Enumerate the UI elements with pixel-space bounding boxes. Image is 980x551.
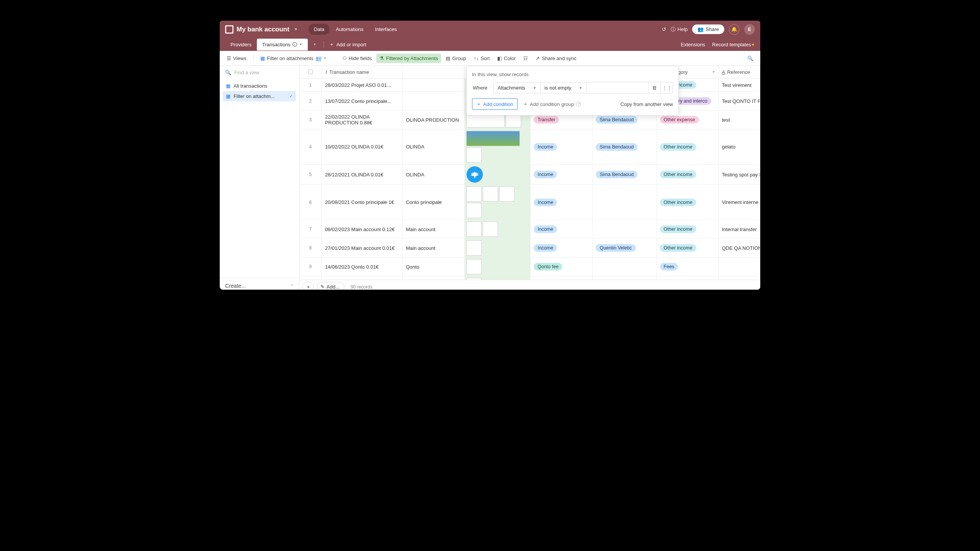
add-condition-button[interactable]: ＋Add condition bbox=[472, 98, 518, 110]
cell-category[interactable]: Other income bbox=[657, 185, 719, 220]
cell-transaction-name[interactable]: 28/03/2022 Projet ASO 0.01... bbox=[322, 78, 403, 91]
table-tab-transactions[interactable]: Transactions i ▼ bbox=[257, 39, 308, 51]
attachment-thumbnail[interactable] bbox=[466, 166, 483, 183]
cell-transaction-name[interactable]: 13/07/2022 Conto principale... bbox=[322, 92, 403, 110]
view-filter-attachments[interactable]: ▦ Filter on attachm... ✓ bbox=[223, 91, 296, 101]
table-tab-providers[interactable]: Providers bbox=[225, 39, 257, 51]
condition-field-select[interactable]: Attachments▼ bbox=[493, 82, 541, 93]
add-dropdown-button[interactable]: ✎Add... bbox=[317, 282, 345, 290]
cell-type[interactable]: Income bbox=[531, 185, 593, 220]
cell-initiator[interactable] bbox=[593, 185, 657, 220]
drag-condition-handle[interactable]: ⋮⋮ bbox=[661, 82, 673, 94]
attachment-thumbnail[interactable] bbox=[499, 186, 514, 202]
cell-attachments[interactable] bbox=[465, 129, 531, 164]
table-row[interactable]: 709/02/2023 Main account 0.12€Main accou… bbox=[299, 220, 760, 239]
views-button[interactable]: ☰Views bbox=[224, 54, 249, 63]
cell-reference[interactable]: Test virement bbox=[719, 78, 760, 91]
column-counterparty[interactable] bbox=[403, 66, 465, 78]
cell-counterparty[interactable]: Conto principale bbox=[403, 185, 465, 220]
condition-operator-select[interactable]: is not empty▼ bbox=[541, 82, 586, 93]
record-templates-link[interactable]: Record templates✦ bbox=[712, 42, 755, 47]
hide-fields-button[interactable]: ⦵Hide fields bbox=[339, 53, 375, 63]
cell-attachments[interactable] bbox=[465, 165, 531, 184]
table-row[interactable]: 827/01/2023 Main account 0.01€Main accou… bbox=[299, 239, 760, 258]
attachment-thumbnail[interactable] bbox=[466, 131, 520, 146]
table-row[interactable]: 410/02/2022 OLINDA 0.01€OLINDAIncomeSima… bbox=[299, 129, 760, 165]
extensions-link[interactable]: Extensions bbox=[681, 42, 706, 47]
chevron-down-icon[interactable]: ▼ bbox=[299, 42, 302, 46]
cell-counterparty[interactable] bbox=[403, 92, 465, 110]
cell-attachments[interactable] bbox=[465, 185, 531, 220]
cell-category[interactable]: Other income bbox=[657, 239, 719, 257]
help-link[interactable]: ⓘHelp bbox=[671, 26, 688, 33]
notifications-icon[interactable]: 🔔 bbox=[729, 24, 740, 35]
table-row[interactable]: 528/12/2021 OLINDA 0.01€OLINDAIncomeSima… bbox=[299, 165, 760, 185]
view-all-transactions[interactable]: ▦ All transactions bbox=[223, 81, 296, 91]
cell-counterparty[interactable]: OLINDA bbox=[403, 165, 465, 184]
base-logo-icon[interactable] bbox=[225, 25, 234, 34]
cell-initiator[interactable] bbox=[593, 220, 657, 238]
cell-transaction-name[interactable]: 10/02/2022 OLINDA 0.01€ bbox=[322, 129, 403, 164]
add-condition-group-button[interactable]: ＋Add condition group? bbox=[523, 101, 581, 108]
attachment-thumbnail[interactable] bbox=[483, 186, 498, 202]
column-transaction-name[interactable]: ƒTransaction name bbox=[322, 66, 403, 78]
cell-initiator[interactable]: Sima Bendaoud bbox=[593, 129, 657, 164]
condition-value-input[interactable] bbox=[586, 82, 648, 94]
cell-reference[interactable]: gelato bbox=[719, 129, 760, 164]
row-height-button[interactable]: ☷ bbox=[520, 54, 531, 63]
cell-transaction-name[interactable]: 27/01/2023 Main account 0.01€ bbox=[322, 239, 403, 257]
group-button[interactable]: ▤Group bbox=[443, 54, 469, 63]
cell-reference[interactable]: QDE QA NOTION TX with labels bbox=[719, 239, 760, 257]
cell-reference[interactable]: Internal transfer bbox=[719, 220, 760, 238]
select-all-checkbox[interactable] bbox=[308, 70, 313, 74]
create-view-button[interactable]: Create... ⌃ bbox=[220, 278, 299, 290]
cell-reference[interactable]: Testing spot pay Prod bbox=[719, 165, 760, 184]
cell-type[interactable]: Income bbox=[531, 165, 593, 184]
copy-from-view-button[interactable]: Copy from another view bbox=[621, 101, 673, 107]
add-import-button[interactable]: ＋Add or import bbox=[325, 38, 370, 51]
base-dropdown-icon[interactable]: ▼ bbox=[294, 27, 298, 31]
cell-category[interactable]: Other income bbox=[657, 129, 719, 164]
cell-category[interactable]: Other income bbox=[657, 220, 719, 238]
nav-interfaces[interactable]: Interfaces bbox=[370, 24, 402, 35]
avatar[interactable]: E bbox=[744, 24, 755, 35]
cell-transaction-name[interactable]: 14/06/2023 Qonto 0.01€ bbox=[322, 258, 403, 276]
table-dropdown[interactable]: ▼ bbox=[308, 39, 322, 49]
cell-category[interactable]: Fees bbox=[657, 258, 719, 276]
cell-counterparty[interactable]: Main account bbox=[403, 220, 465, 238]
attachment-thumbnail[interactable] bbox=[466, 240, 482, 256]
cell-type[interactable]: Income bbox=[531, 129, 593, 164]
cell-counterparty[interactable] bbox=[403, 78, 465, 91]
add-record-button[interactable]: ＋ bbox=[302, 282, 314, 290]
delete-condition-button[interactable]: 🗑 bbox=[648, 82, 661, 94]
table-row[interactable]: 620/08/2021 Conto principale 1€Conto pri… bbox=[299, 185, 760, 220]
cell-initiator[interactable]: Sima Bendaoud bbox=[593, 165, 657, 184]
view-name-dropdown[interactable]: ▦ Filter on attachments 👥 ▼ bbox=[257, 54, 330, 63]
attachment-thumbnail[interactable] bbox=[466, 203, 482, 218]
attachment-thumbnail[interactable] bbox=[466, 222, 482, 237]
cell-attachments[interactable] bbox=[465, 220, 531, 238]
nav-automations[interactable]: Automations bbox=[330, 24, 369, 35]
search-button[interactable]: 🔍 bbox=[744, 54, 756, 63]
color-button[interactable]: ◧Color bbox=[494, 54, 519, 63]
base-title[interactable]: My bank account bbox=[237, 26, 289, 33]
cell-attachments[interactable] bbox=[465, 258, 531, 276]
attachment-thumbnail[interactable] bbox=[466, 147, 482, 163]
attachment-thumbnail[interactable] bbox=[466, 186, 482, 202]
cell-initiator[interactable] bbox=[593, 258, 657, 276]
cell-initiator[interactable]: Quentin Veletic bbox=[593, 239, 657, 257]
cell-transaction-name[interactable]: 09/02/2023 Main account 0.12€ bbox=[322, 220, 403, 238]
chevron-down-icon[interactable]: ▼ bbox=[712, 70, 715, 74]
history-icon[interactable]: ↺ bbox=[662, 26, 666, 32]
attachment-thumbnail[interactable] bbox=[483, 222, 498, 237]
attachment-thumbnail[interactable] bbox=[466, 259, 482, 274]
share-button[interactable]: 👥Share bbox=[692, 24, 724, 34]
cell-type[interactable]: Income bbox=[531, 239, 593, 257]
cell-reference[interactable]: Virement interne bbox=[719, 185, 760, 220]
cell-reference[interactable]: test bbox=[719, 111, 760, 129]
cell-transaction-name[interactable]: 22/02/2022 OLINDA PRODUCTION 0.88€ bbox=[322, 111, 403, 129]
cell-counterparty[interactable]: OLINDA bbox=[403, 129, 465, 164]
cell-type[interactable]: Income bbox=[531, 220, 593, 238]
cell-type[interactable]: Qonto fee bbox=[531, 258, 593, 276]
cell-reference[interactable] bbox=[719, 258, 760, 276]
